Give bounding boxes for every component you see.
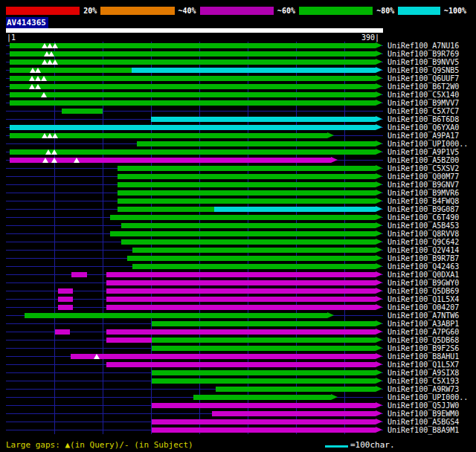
hsp-bar[interactable]	[10, 125, 375, 130]
hsp-bar[interactable]	[106, 280, 375, 285]
hsp-bar[interactable]	[121, 223, 376, 228]
hit-label[interactable]: UniRef100_B9NVV5	[387, 58, 459, 66]
hit-label[interactable]: UniRef100_Q2V414	[387, 246, 459, 254]
hit-label[interactable]: UniRef100_B9GWY0	[387, 279, 459, 287]
hit-label[interactable]: UniRef100_UPI000..	[387, 393, 468, 401]
hsp-bar[interactable]	[10, 158, 331, 163]
hit-label[interactable]: UniRef100_A9PA17	[387, 132, 459, 140]
hit-label[interactable]: UniRef100_B9MVV7	[387, 99, 459, 107]
hit-label[interactable]: UniRef100_A7PG60	[387, 328, 459, 336]
hit-label[interactable]: UniRef100_Q9C642	[387, 238, 459, 246]
hsp-bar[interactable]	[118, 182, 376, 187]
hsp-bar[interactable]	[152, 321, 375, 326]
hit-label[interactable]: UniRef100_Q8RVV8	[387, 230, 459, 238]
hit-label[interactable]: UniRef100_B8A9M1	[387, 426, 459, 434]
hit-label[interactable]: UniRef100_B9GNV7	[387, 181, 459, 189]
hsp-bar[interactable]	[216, 387, 376, 392]
hsp-bar[interactable]	[10, 149, 375, 155]
hit-label[interactable]: UniRef100_A7NTW6	[387, 311, 459, 320]
hit-label[interactable]: UniRef100_C5X193	[387, 377, 459, 385]
hsp-bar[interactable]	[214, 207, 376, 212]
hit-label[interactable]: UniRef100_Q6UUF7	[387, 74, 459, 83]
hsp-bar[interactable]	[10, 68, 132, 73]
hit-label[interactable]: UniRef100_O04207	[387, 303, 459, 311]
hsp-bar[interactable]	[106, 362, 375, 367]
hit-label[interactable]: UniRef100_Q5DB69	[387, 287, 459, 295]
hit-label[interactable]: UniRef100_A9P1V5	[387, 148, 459, 156]
hsp-bar[interactable]	[71, 354, 376, 359]
hit-label[interactable]: UniRef100_B9R7B7	[387, 254, 459, 262]
hsp-bar[interactable]	[152, 378, 375, 384]
hit-label[interactable]: UniRef100_Q00M77	[387, 172, 459, 181]
hsp-bar[interactable]	[10, 59, 375, 65]
hsp-bar[interactable]	[132, 248, 375, 253]
hsp-bar[interactable]	[106, 305, 375, 310]
hit-label[interactable]: UniRef100_Q42463	[387, 262, 459, 271]
hit-label[interactable]: UniRef100_A7NU16	[387, 42, 459, 50]
hit-label[interactable]: UniRef100_C5XSV2	[387, 164, 459, 172]
hit-label[interactable]: UniRef100_B9MVR6	[387, 189, 459, 197]
hit-label[interactable]: UniRef100_UPI000..	[387, 140, 468, 148]
hsp-bar[interactable]	[58, 305, 73, 310]
hsp-bar[interactable]	[212, 411, 376, 416]
hsp-bar[interactable]	[106, 272, 375, 277]
hsp-bar[interactable]	[71, 272, 87, 277]
hsp-bar[interactable]	[127, 256, 376, 261]
hit-label[interactable]: UniRef100_B9R769	[387, 50, 459, 58]
hit-label[interactable]: UniRef100_Q5DB68	[387, 336, 459, 344]
hsp-bar[interactable]	[137, 141, 376, 146]
hsp-bar[interactable]	[132, 264, 375, 269]
hsp-bar[interactable]	[152, 419, 375, 424]
hsp-bar[interactable]	[118, 190, 376, 196]
hit-label[interactable]: UniRef100_B4FWQ8	[387, 197, 459, 205]
hit-label[interactable]: UniRef100_A9SIX8	[387, 369, 459, 377]
hsp-bar[interactable]	[118, 174, 376, 179]
hsp-bar[interactable]	[118, 166, 376, 171]
hsp-bar[interactable]	[110, 215, 375, 220]
hit-label[interactable]: UniRef100_Q0DXA1	[387, 271, 459, 279]
hit-label[interactable]: UniRef100_Q1L5X4	[387, 295, 459, 303]
hsp-bar[interactable]	[106, 288, 375, 294]
hit-label[interactable]: UniRef100_B8AHU1	[387, 352, 459, 361]
hit-label[interactable]: UniRef100_A5BZ00	[387, 156, 459, 164]
hsp-bar[interactable]	[10, 76, 375, 81]
hsp-bar[interactable]	[58, 288, 73, 294]
hsp-bar[interactable]	[55, 329, 70, 335]
hit-label[interactable]: UniRef100_B9EWM0	[387, 410, 459, 418]
hsp-bar[interactable]	[152, 427, 375, 433]
hsp-bar[interactable]	[152, 370, 375, 375]
hit-label[interactable]: UniRef100_C5X140	[387, 91, 459, 99]
hit-label[interactable]: UniRef100_A3ABP1	[387, 320, 459, 328]
hsp-bar[interactable]	[121, 239, 376, 245]
hsp-bar[interactable]	[10, 43, 375, 48]
hit-label[interactable]: UniRef100_Q1L5X7	[387, 361, 459, 369]
hsp-bar[interactable]	[62, 109, 103, 114]
hsp-bar[interactable]	[132, 68, 376, 73]
hsp-bar[interactable]	[152, 403, 375, 408]
hsp-bar[interactable]	[152, 346, 375, 351]
hit-label[interactable]: UniRef100_B6T2W0	[387, 83, 459, 91]
hit-label[interactable]: UniRef100_B6T6D8	[387, 115, 459, 123]
hit-label[interactable]: UniRef100_B9F2S6	[387, 344, 459, 352]
hsp-bar[interactable]	[10, 51, 375, 56]
hsp-bar[interactable]	[106, 329, 375, 335]
hit-label[interactable]: UniRef100_A5BGS4	[387, 418, 459, 426]
hsp-bar[interactable]	[118, 198, 376, 204]
hit-label[interactable]: UniRef100_Q6YXA0	[387, 123, 459, 132]
hsp-bar[interactable]	[25, 313, 327, 318]
hsp-bar[interactable]	[152, 338, 375, 343]
hit-label[interactable]: UniRef100_Q5JJW0	[387, 401, 459, 410]
hsp-bar[interactable]	[118, 207, 214, 212]
hsp-bar[interactable]	[106, 297, 375, 302]
hit-label[interactable]: UniRef100_C5X7C7	[387, 107, 459, 115]
hsp-bar[interactable]	[10, 92, 375, 97]
hit-label[interactable]: UniRef100_B9G087	[387, 205, 459, 213]
hit-label[interactable]: UniRef100_A9RW73	[387, 385, 459, 393]
hit-label[interactable]: UniRef100_Q9SNB5	[387, 66, 459, 74]
hsp-bar[interactable]	[10, 100, 375, 106]
hsp-bar[interactable]	[110, 231, 375, 236]
hit-label[interactable]: UniRef100_C6T490	[387, 213, 459, 222]
hsp-bar[interactable]	[193, 395, 331, 400]
hsp-bar[interactable]	[58, 297, 73, 302]
hit-label[interactable]: UniRef100_A5B453	[387, 222, 459, 230]
